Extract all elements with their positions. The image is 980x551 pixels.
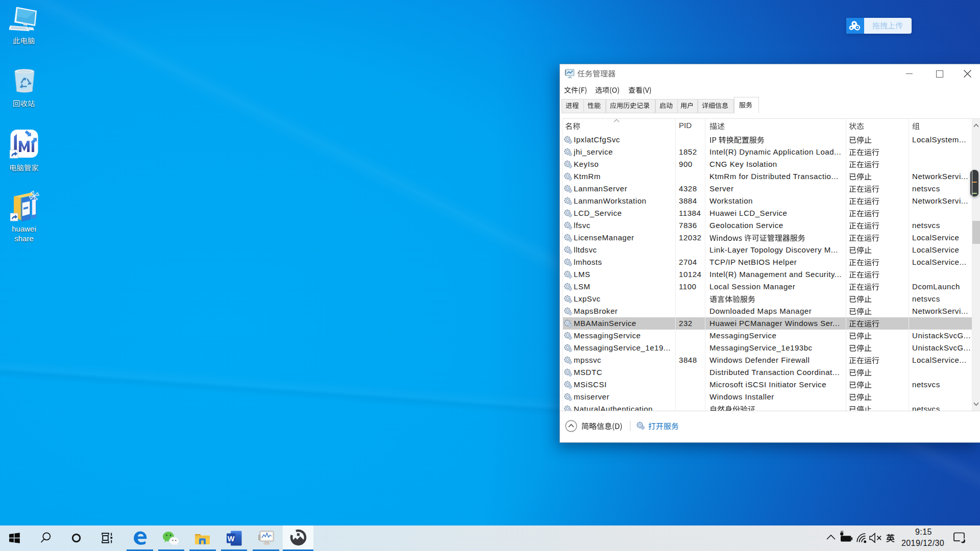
svg-text:W: W <box>228 535 235 543</box>
